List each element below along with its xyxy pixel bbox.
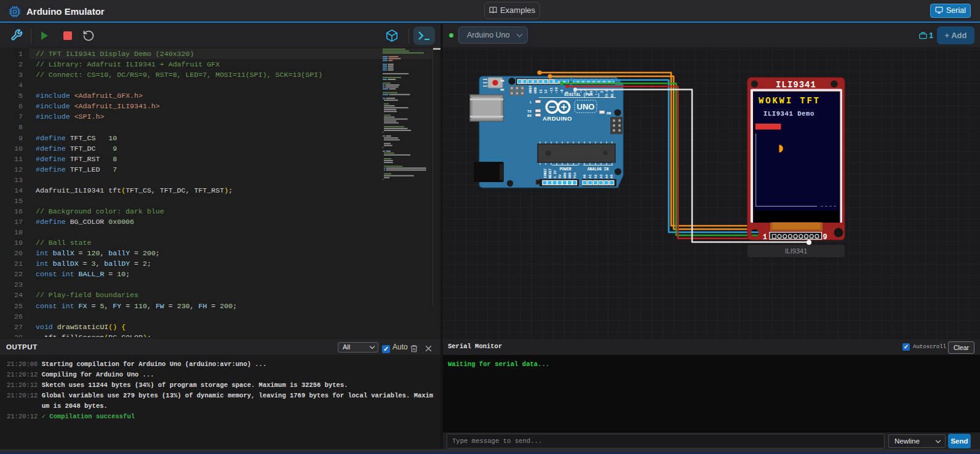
svg-text:ILI9341: ILI9341 (776, 80, 816, 90)
svg-text:9: 9 (823, 233, 827, 242)
svg-text:1: 1 (763, 233, 767, 242)
svg-text:WOKWI TFT: WOKWI TFT (759, 96, 821, 106)
svg-text:ILI9341 Demo: ILI9341 Demo (763, 110, 815, 117)
